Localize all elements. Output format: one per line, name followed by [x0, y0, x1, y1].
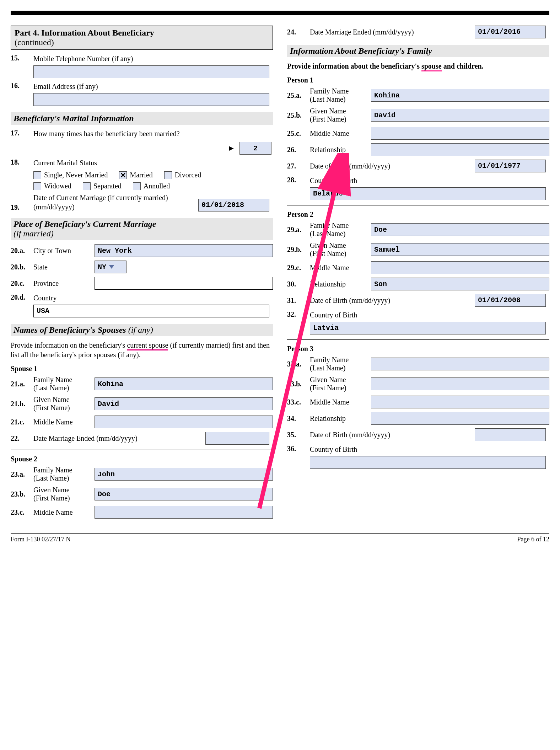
q33c-input[interactable]: [371, 396, 549, 408]
q27-num: 27.: [287, 162, 310, 170]
checkbox-icon: [133, 182, 141, 190]
cb-divorced[interactable]: Divorced: [164, 171, 201, 179]
q27-input[interactable]: 01/01/1977: [475, 160, 546, 172]
spouse2-label: Spouse 2: [11, 455, 273, 463]
cb-widowed[interactable]: Widowed: [33, 182, 71, 190]
q20c-input[interactable]: [95, 277, 273, 290]
q20c-num: 20.c.: [11, 279, 33, 288]
q36-num: 36.: [287, 445, 310, 453]
q22-label: Date Marriage Ended (mm/dd/yyyy): [33, 434, 202, 443]
q17-label: How many times has the beneficiary been …: [33, 129, 273, 138]
q25b-num: 25.b.: [287, 111, 310, 119]
q16-input[interactable]: [33, 93, 269, 106]
checkbox-icon: [33, 182, 41, 190]
q16-label: Email Address (if any): [33, 82, 98, 90]
q24-label: Date Marriage Ended (mm/dd/yyyy): [310, 27, 471, 37]
footer-form-id: Form I-130 02/27/17 N: [11, 536, 71, 543]
q23a-input[interactable]: John: [95, 468, 273, 481]
divider: [11, 450, 273, 450]
q25c-num: 25.c.: [287, 129, 310, 138]
q19-input[interactable]: 01/01/2018: [198, 199, 269, 211]
q33a-input[interactable]: [371, 358, 549, 370]
person2-label: Person 2: [287, 210, 549, 219]
q15-label: Mobile Telephone Number (if any): [33, 55, 133, 63]
q32-label: Country of Birth: [310, 311, 357, 319]
q34-label: Relationship: [310, 414, 371, 423]
q21c-label: Middle Name: [33, 418, 95, 426]
q30-input[interactable]: Son: [371, 278, 549, 290]
q20c-label: Province: [33, 279, 95, 288]
q21b-num: 21.b.: [11, 400, 33, 408]
q29a-num: 29.a.: [287, 226, 310, 234]
q34-input[interactable]: [371, 412, 549, 425]
q20d-input[interactable]: USA: [33, 305, 269, 317]
q33b-input[interactable]: [371, 377, 549, 390]
q26-input[interactable]: [371, 143, 549, 156]
spouses-instruction: Provide information on the beneficiary's…: [11, 341, 273, 360]
q31-input[interactable]: 01/01/2008: [475, 294, 546, 307]
q21c-input[interactable]: [95, 416, 273, 428]
q21b-input[interactable]: David: [95, 397, 273, 410]
chevron-down-icon: [109, 265, 114, 269]
q20a-num: 20.a.: [11, 247, 33, 255]
q33c-num: 33.c.: [287, 398, 310, 406]
q34-num: 34.: [287, 414, 310, 423]
q30-label: Relationship: [310, 280, 371, 288]
checkbox-icon: [164, 171, 172, 179]
q25c-label: Middle Name: [310, 129, 371, 138]
q23b-label: Given Name(First Name): [33, 486, 95, 502]
q16-num: 16.: [11, 82, 33, 90]
arrow-right-icon: ►: [227, 144, 235, 153]
q21a-input[interactable]: Kohina: [95, 377, 273, 390]
q24-num: 24.: [287, 28, 310, 36]
q25b-input[interactable]: David: [371, 109, 549, 122]
q18-label: Current Marital Status: [33, 158, 273, 167]
q32-input[interactable]: Latvia: [310, 322, 546, 334]
divider: [287, 205, 549, 205]
q33b-num: 33.b.: [287, 380, 310, 388]
q29a-input[interactable]: Doe: [371, 223, 549, 236]
q23a-label: Family Name(Last Name): [33, 466, 95, 482]
q35-label: Date of Birth (mm/dd/yyyy): [310, 430, 471, 439]
q19-label: Date of Current Marriage (if currently m…: [33, 193, 193, 211]
q20a-input[interactable]: New York: [95, 244, 273, 257]
q21b-label: Given Name(First Name): [33, 396, 95, 412]
q23b-input[interactable]: Doe: [95, 488, 273, 500]
q29b-label: Given Name(First Name): [310, 241, 371, 258]
q23c-num: 23.c.: [11, 508, 33, 516]
q20b-select[interactable]: NY: [95, 261, 126, 273]
q15-input[interactable]: [33, 65, 269, 78]
q20a-label: City or Town: [33, 247, 95, 255]
q23c-input[interactable]: [95, 506, 273, 519]
q22-input[interactable]: [205, 432, 269, 445]
q25a-label: Family Name(Last Name): [310, 87, 371, 103]
q35-input[interactable]: [475, 428, 546, 441]
q29c-label: Middle Name: [310, 264, 371, 272]
q30-num: 30.: [287, 280, 310, 288]
q36-input[interactable]: [310, 456, 546, 469]
q33a-num: 33.a.: [287, 360, 310, 368]
q28-num: 28.: [287, 176, 310, 184]
person1-label: Person 1: [287, 76, 549, 84]
cb-separated[interactable]: Separated: [83, 182, 122, 190]
q28-input[interactable]: Belarus: [310, 187, 546, 200]
q33c-label: Middle Name: [310, 398, 371, 406]
place-marriage-header: Place of Beneficiary's Current Marriage …: [11, 218, 273, 240]
q32-num: 32.: [287, 310, 310, 318]
cb-married[interactable]: ✕Married: [119, 171, 152, 179]
cb-single[interactable]: Single, Never Married: [33, 171, 108, 179]
q17-input[interactable]: 2: [239, 142, 271, 155]
q24-input[interactable]: 01/01/2016: [475, 26, 546, 38]
q29b-input[interactable]: Samuel: [371, 243, 549, 256]
cb-annulled[interactable]: Annulled: [133, 182, 170, 190]
part4-title: Part 4. Information About Beneficiary: [15, 28, 269, 38]
checkbox-icon: [33, 171, 41, 179]
q29a-label: Family Name(Last Name): [310, 221, 371, 238]
q29c-input[interactable]: [371, 261, 549, 274]
q26-num: 26.: [287, 146, 310, 154]
q25c-input[interactable]: [371, 127, 549, 140]
q18-num: 18.: [11, 158, 33, 166]
q25a-input[interactable]: Kohina: [371, 89, 549, 102]
q36-label: Country of Birth: [310, 445, 357, 453]
family-instruction: Provide information about the beneficiar…: [287, 61, 549, 71]
